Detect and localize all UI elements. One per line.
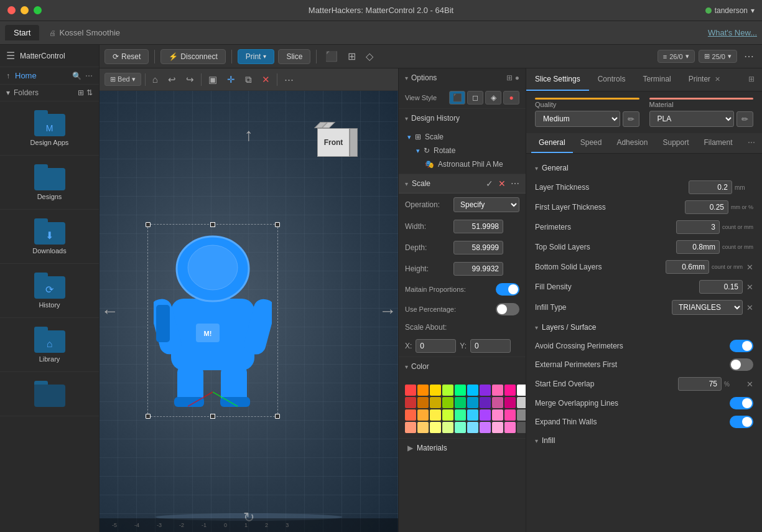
home-link[interactable]: Home bbox=[15, 71, 37, 80]
color-swatch[interactable] bbox=[504, 397, 516, 408]
general-section-header[interactable]: ▾ General bbox=[526, 159, 762, 177]
hamburger-icon[interactable]: ☰ bbox=[6, 50, 15, 62]
color-swatch[interactable] bbox=[405, 409, 416, 421]
handle-tm[interactable] bbox=[210, 222, 215, 227]
settings-tab-more[interactable]: ⋯ bbox=[740, 133, 763, 153]
dh-scale[interactable]: ▾ ⊞ Scale bbox=[399, 130, 526, 144]
scale-close-icon[interactable]: ✕ bbox=[498, 179, 506, 189]
start-end-overlap-input[interactable] bbox=[678, 377, 722, 391]
color-swatch[interactable] bbox=[455, 385, 466, 396]
operation-select[interactable]: Specify bbox=[453, 197, 519, 212]
move-icon[interactable]: ✛ bbox=[224, 72, 238, 87]
maximize-button[interactable] bbox=[34, 6, 42, 14]
bottom-solid-x[interactable]: ✕ bbox=[746, 263, 753, 272]
use-percentage-toggle[interactable] bbox=[496, 303, 519, 315]
settings-tab-speed[interactable]: Speed bbox=[573, 133, 610, 153]
user-dropdown-arrow[interactable]: ▾ bbox=[751, 6, 755, 15]
color-swatch[interactable] bbox=[430, 422, 441, 433]
chevron-down-icon[interactable]: ▾ bbox=[6, 88, 10, 97]
x-input[interactable] bbox=[416, 339, 456, 353]
slice-button[interactable]: Slice bbox=[278, 49, 310, 64]
handle-bm[interactable] bbox=[210, 414, 215, 419]
wire-icon[interactable]: ◇ bbox=[363, 48, 376, 65]
color-swatch[interactable] bbox=[405, 422, 416, 433]
color-swatch[interactable] bbox=[517, 397, 526, 408]
layout-icon[interactable]: ▣ bbox=[205, 72, 220, 87]
color-swatch[interactable] bbox=[442, 409, 453, 421]
more-toolbar-icon[interactable]: ⋯ bbox=[741, 48, 757, 65]
color-swatch[interactable] bbox=[417, 409, 429, 421]
bottom-solid-layers-input[interactable] bbox=[666, 260, 709, 274]
color-swatch[interactable] bbox=[492, 409, 503, 421]
color-swatch[interactable] bbox=[517, 422, 526, 433]
reset-button[interactable]: ⟳ Reset bbox=[105, 49, 149, 64]
color-swatch[interactable] bbox=[455, 422, 466, 433]
avoid-crossing-toggle[interactable] bbox=[730, 340, 753, 352]
infill-type-x[interactable]: ✕ bbox=[746, 303, 753, 312]
view-style-solid[interactable]: ⬛ bbox=[449, 91, 465, 105]
sidebar-item-history[interactable]: ⟳ History bbox=[0, 264, 99, 318]
close-button[interactable] bbox=[7, 6, 16, 14]
sphere-icon[interactable]: ● bbox=[515, 73, 519, 82]
color-swatch[interactable] bbox=[467, 422, 478, 433]
infill-type-select[interactable]: TRIANGLES GRID HONEYCOMB RECTILINEAR bbox=[672, 300, 743, 315]
depth-input[interactable] bbox=[453, 241, 503, 254]
handle-bl[interactable] bbox=[146, 414, 151, 419]
color-swatch[interactable] bbox=[504, 409, 516, 421]
width-input[interactable] bbox=[453, 220, 503, 233]
color-swatch[interactable] bbox=[467, 409, 478, 421]
color-header[interactable]: ▾ Color bbox=[399, 357, 526, 376]
check-icon[interactable]: ✓ bbox=[486, 179, 493, 189]
print-button[interactable]: Print ▾ bbox=[238, 49, 275, 64]
tab-printer[interactable]: Printer ✕ bbox=[680, 68, 730, 91]
handle-br[interactable] bbox=[275, 414, 280, 419]
quality-select[interactable]: Medium Fine Coarse bbox=[535, 111, 620, 127]
color-swatch[interactable] bbox=[405, 397, 416, 408]
grid-options-icon[interactable]: ⊞ bbox=[506, 73, 513, 82]
disconnect-button[interactable]: ⚡ Disconnect bbox=[160, 49, 225, 64]
tab-slice-settings[interactable]: Slice Settings bbox=[526, 68, 589, 91]
y-input[interactable] bbox=[470, 339, 511, 353]
sidebar-item-design-apps[interactable]: M Design Apps bbox=[0, 101, 99, 156]
view-style-wire[interactable]: ◻ bbox=[467, 91, 483, 105]
fill-density-input[interactable] bbox=[699, 280, 743, 294]
search-icon[interactable]: 🔍 bbox=[72, 72, 81, 80]
color-swatch[interactable] bbox=[417, 422, 429, 433]
layers-icon[interactable]: ⊞ bbox=[345, 48, 359, 65]
scale-more-icon[interactable]: ⋯ bbox=[511, 179, 519, 189]
minimize-button[interactable] bbox=[21, 6, 29, 14]
fill-density-x[interactable]: ✕ bbox=[746, 282, 753, 292]
color-swatch[interactable] bbox=[480, 422, 491, 433]
orientation-cube[interactable]: Front bbox=[317, 122, 358, 157]
color-swatch[interactable] bbox=[480, 385, 491, 396]
color-swatch[interactable] bbox=[492, 385, 503, 396]
settings-tab-support[interactable]: Support bbox=[655, 133, 696, 153]
home-view-icon[interactable]: ⌂ bbox=[149, 72, 161, 86]
view-style-red[interactable]: ● bbox=[503, 91, 519, 105]
settings-tab-general[interactable]: General bbox=[531, 133, 573, 153]
grid-stat[interactable]: ⊞ 25/0 ▾ bbox=[699, 50, 737, 63]
color-swatch[interactable] bbox=[467, 397, 478, 408]
redo-icon[interactable]: ↪ bbox=[183, 72, 197, 87]
sidebar-item-downloads[interactable]: ⬇ Downloads bbox=[0, 210, 99, 264]
color-swatch[interactable] bbox=[430, 409, 441, 421]
expand-thin-walls-toggle[interactable] bbox=[730, 416, 753, 428]
infill-section-header[interactable]: ▾ Infill bbox=[526, 431, 762, 450]
color-swatch[interactable] bbox=[480, 409, 491, 421]
color-swatch[interactable] bbox=[405, 385, 416, 396]
color-swatch[interactable] bbox=[455, 409, 466, 421]
sidebar-item-designs[interactable]: Designs bbox=[0, 156, 99, 210]
dh-rotate[interactable]: ▾ ↻ Rotate bbox=[399, 144, 526, 157]
copy-icon[interactable]: ⧉ bbox=[242, 72, 255, 87]
bed-selector[interactable]: ⊞ Bed ▾ bbox=[105, 73, 141, 86]
layer-thickness-input[interactable] bbox=[689, 180, 732, 194]
color-swatch[interactable] bbox=[504, 385, 516, 396]
first-layer-thickness-input[interactable] bbox=[685, 200, 728, 214]
color-swatch[interactable] bbox=[417, 397, 429, 408]
color-swatch[interactable] bbox=[467, 385, 478, 396]
material-select[interactable]: PLA ABS PETG TPU bbox=[649, 111, 735, 127]
color-swatch[interactable] bbox=[442, 385, 453, 396]
3d-model[interactable]: M! bbox=[154, 230, 272, 411]
sort-icon[interactable]: ⇅ bbox=[86, 88, 93, 97]
materials-row[interactable]: ▶ Materials bbox=[399, 439, 526, 457]
